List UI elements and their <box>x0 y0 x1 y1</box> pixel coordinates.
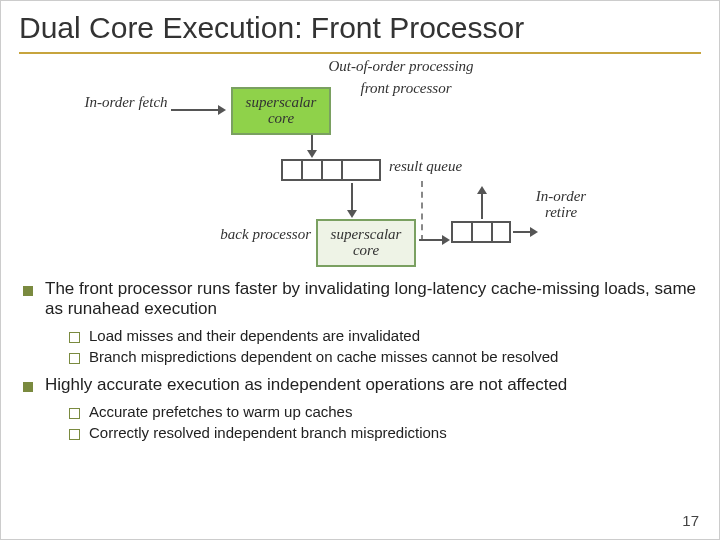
arrow-icon <box>351 183 353 215</box>
bullet-item: Highly accurate execution as independent… <box>19 375 701 441</box>
box-front-core: superscalar core <box>231 87 331 135</box>
body-text: The front processor runs faster by inval… <box>19 279 701 451</box>
arrow-icon <box>513 231 535 233</box>
box-back-core: superscalar core <box>316 219 416 267</box>
sub-bullet-item: Correctly resolved independent branch mi… <box>67 424 701 441</box>
arrow-icon <box>481 189 483 219</box>
arrow-icon <box>419 239 447 241</box>
arrow-icon <box>311 135 313 155</box>
bullet-item: The front processor runs faster by inval… <box>19 279 701 365</box>
label-in-order-fetch: In-order fetch <box>81 95 171 111</box>
label-result-queue: result queue <box>389 159 489 175</box>
bullet-text: The front processor runs faster by inval… <box>45 279 696 318</box>
page-number: 17 <box>682 512 699 529</box>
label-ooo-processing: Out-of-order processing <box>301 59 501 75</box>
sub-bullet-item: Load misses and their dependents are inv… <box>67 327 701 344</box>
sub-bullet-item: Branch mispredictions dependent on cache… <box>67 348 701 365</box>
arrow-icon <box>171 109 223 111</box>
label-in-order-retire: In-order retire <box>521 189 601 221</box>
title-block: Dual Core Execution: Front Processor <box>1 1 719 54</box>
label-back-processor: back processor <box>201 227 311 243</box>
slide: { "title": "Dual Core Execution: Front P… <box>0 0 720 540</box>
retire-queue <box>451 221 511 243</box>
result-queue <box>281 159 381 181</box>
bullet-text: Highly accurate execution as independent… <box>45 375 567 394</box>
page-title: Dual Core Execution: Front Processor <box>19 11 701 46</box>
architecture-diagram: In-order fetch superscalar core Out-of-o… <box>81 59 601 279</box>
title-rule <box>19 52 701 54</box>
label-front-processor: front processor <box>341 81 471 97</box>
sub-bullet-item: Accurate prefetches to warm up caches <box>67 403 701 420</box>
dashed-line-icon <box>421 181 423 241</box>
